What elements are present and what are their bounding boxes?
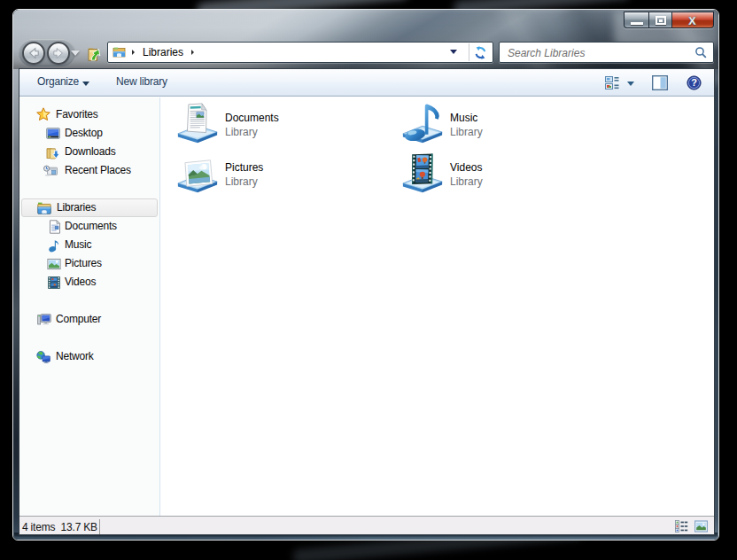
svg-text:?: ? [691,77,697,88]
